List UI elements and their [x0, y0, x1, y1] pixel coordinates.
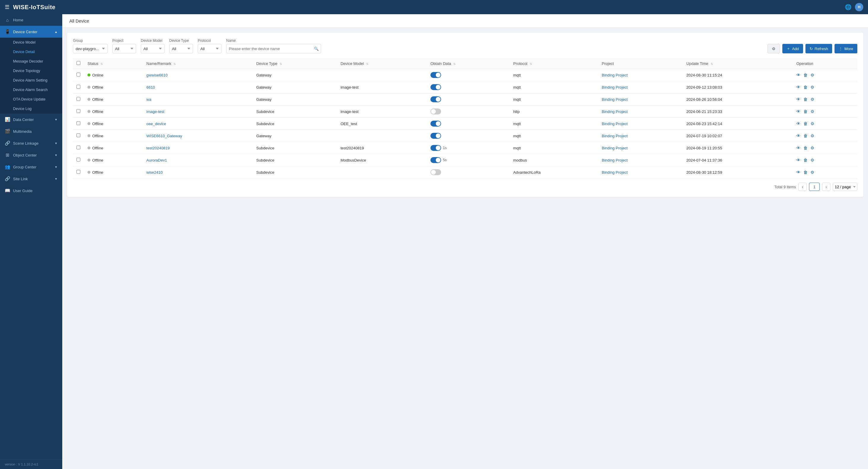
device-model-select[interactable]: All [141, 44, 164, 53]
delete-icon[interactable]: 🗑 [803, 73, 808, 77]
header-obtain-data[interactable]: Obtain Data ⇅ [427, 58, 509, 69]
refresh-button[interactable]: ↻ Refresh [805, 44, 832, 53]
sidebar-item-data-center[interactable]: 📊 Data Center ▼ [0, 114, 62, 125]
project-link[interactable]: Binding Project [602, 170, 627, 175]
delete-icon[interactable]: 🗑 [803, 109, 808, 114]
obtain-data-toggle[interactable] [430, 72, 441, 78]
delete-icon[interactable]: 🗑 [803, 170, 808, 175]
obtain-data-toggle[interactable] [430, 133, 441, 139]
device-name-link[interactable]: gwwise6610 [147, 73, 168, 77]
sidebar-item-device-log[interactable]: Device Log [0, 104, 62, 114]
sidebar-item-device-alarm-search[interactable]: Device Alarm Search [0, 85, 62, 95]
group-select[interactable]: dev-playgro... [73, 44, 107, 53]
header-update-time[interactable]: Update Time ⇅ [683, 58, 793, 69]
settings-row-icon[interactable]: ⚙ [810, 146, 814, 150]
project-link[interactable]: Binding Project [602, 134, 627, 138]
device-name-link[interactable]: wise2410 [147, 170, 163, 175]
language-icon[interactable]: 🌐 [845, 4, 851, 10]
row-checkbox[interactable] [76, 158, 80, 162]
row-checkbox[interactable] [76, 170, 80, 174]
row-checkbox[interactable] [76, 97, 80, 101]
sidebar-item-multimedia[interactable]: 🎬 Multimedia [0, 125, 62, 137]
more-button[interactable]: ⋮ More [835, 44, 857, 53]
view-icon[interactable]: 👁 [796, 146, 800, 150]
sidebar-item-site-link[interactable]: 🔗 Site Link ▼ [0, 173, 62, 185]
settings-row-icon[interactable]: ⚙ [810, 85, 814, 90]
sidebar-item-device-alarm-setting[interactable]: Device Alarm Setting [0, 75, 62, 85]
obtain-data-toggle[interactable] [430, 108, 441, 115]
project-link[interactable]: Binding Project [602, 97, 627, 102]
search-icon[interactable]: 🔍 [314, 46, 319, 51]
obtain-data-toggle[interactable] [430, 121, 441, 127]
sidebar-item-home[interactable]: ⌂ Home [0, 14, 62, 26]
device-name-link[interactable]: oee_device [147, 122, 166, 126]
prev-page-button[interactable]: ‹ [798, 183, 807, 191]
sidebar-item-user-guide[interactable]: 📖 User Guide [0, 185, 62, 196]
delete-icon[interactable]: 🗑 [803, 158, 808, 162]
settings-row-icon[interactable]: ⚙ [810, 121, 814, 126]
select-all-checkbox[interactable] [76, 61, 80, 65]
view-icon[interactable]: 👁 [796, 133, 800, 138]
settings-row-icon[interactable]: ⚙ [810, 109, 814, 114]
add-button[interactable]: ＋ Add [782, 44, 803, 53]
sidebar-item-device-detail[interactable]: Device Detail [0, 47, 62, 57]
row-checkbox[interactable] [76, 133, 80, 137]
sidebar-item-message-decoder[interactable]: Message Decoder [0, 57, 62, 66]
obtain-data-toggle[interactable] [430, 96, 441, 102]
header-device-type[interactable]: Device Type ⇅ [253, 58, 337, 69]
device-name-link[interactable]: WISE6610_Gateway [147, 134, 182, 138]
sidebar-item-ota-device-update[interactable]: OTA Device Update [0, 95, 62, 104]
header-name[interactable]: Name/Remark ⇅ [143, 58, 253, 69]
sidebar-item-group-center[interactable]: 👥 Group Center ▼ [0, 161, 62, 173]
sidebar-item-device-model[interactable]: Device Model [0, 38, 62, 47]
project-link[interactable]: Binding Project [602, 146, 627, 150]
delete-icon[interactable]: 🗑 [803, 97, 808, 102]
menu-icon[interactable]: ☰ [5, 4, 9, 10]
obtain-data-toggle[interactable] [430, 145, 441, 151]
settings-button[interactable]: ⚙ [768, 44, 780, 53]
per-page-select[interactable]: 12 / page 24 / page 48 / page [833, 183, 857, 191]
avatar[interactable]: H [855, 3, 863, 11]
settings-row-icon[interactable]: ⚙ [810, 158, 814, 162]
settings-row-icon[interactable]: ⚙ [810, 170, 814, 175]
settings-row-icon[interactable]: ⚙ [810, 97, 814, 102]
settings-row-icon[interactable]: ⚙ [810, 73, 814, 77]
sidebar-item-object-center[interactable]: ⊞ Object Center ▼ [0, 149, 62, 161]
device-name-link[interactable]: test20240819 [147, 146, 170, 150]
device-type-select[interactable]: All [169, 44, 193, 53]
device-name-link[interactable]: 6610 [147, 85, 155, 90]
delete-icon[interactable]: 🗑 [803, 85, 808, 90]
project-select[interactable]: All [112, 44, 136, 53]
project-link[interactable]: Binding Project [602, 158, 627, 162]
device-name-link[interactable]: image-test [147, 110, 164, 114]
delete-icon[interactable]: 🗑 [803, 121, 808, 126]
name-input[interactable] [226, 44, 321, 53]
sidebar-item-scene-linkage[interactable]: 🔗 Scene Linkage ▼ [0, 137, 62, 149]
delete-icon[interactable]: 🗑 [803, 133, 808, 138]
view-icon[interactable]: 👁 [796, 158, 800, 162]
project-link[interactable]: Binding Project [602, 85, 627, 90]
device-name-link[interactable]: wa [147, 97, 152, 102]
delete-icon[interactable]: 🗑 [803, 146, 808, 150]
obtain-data-toggle[interactable] [430, 157, 441, 163]
row-checkbox[interactable] [76, 146, 80, 149]
header-protocol[interactable]: Protocol ⇅ [509, 58, 598, 69]
view-icon[interactable]: 👁 [796, 109, 800, 114]
next-page-button[interactable]: › [822, 183, 830, 191]
view-icon[interactable]: 👁 [796, 121, 800, 126]
project-link[interactable]: Binding Project [602, 122, 627, 126]
view-icon[interactable]: 👁 [796, 170, 800, 175]
protocol-select[interactable]: All [198, 44, 221, 53]
project-link[interactable]: Binding Project [602, 110, 627, 114]
sidebar-item-device-topology[interactable]: Device Topology [0, 66, 62, 75]
current-page-input[interactable] [809, 183, 820, 191]
header-device-model[interactable]: Device Model ⇅ [337, 58, 427, 69]
header-status[interactable]: Status ⇅ [84, 58, 143, 69]
obtain-data-toggle[interactable] [430, 169, 441, 175]
row-checkbox[interactable] [76, 73, 80, 76]
obtain-data-toggle[interactable] [430, 84, 441, 90]
project-link[interactable]: Binding Project [602, 73, 627, 77]
view-icon[interactable]: 👁 [796, 85, 800, 90]
view-icon[interactable]: 👁 [796, 97, 800, 102]
row-checkbox[interactable] [76, 121, 80, 125]
